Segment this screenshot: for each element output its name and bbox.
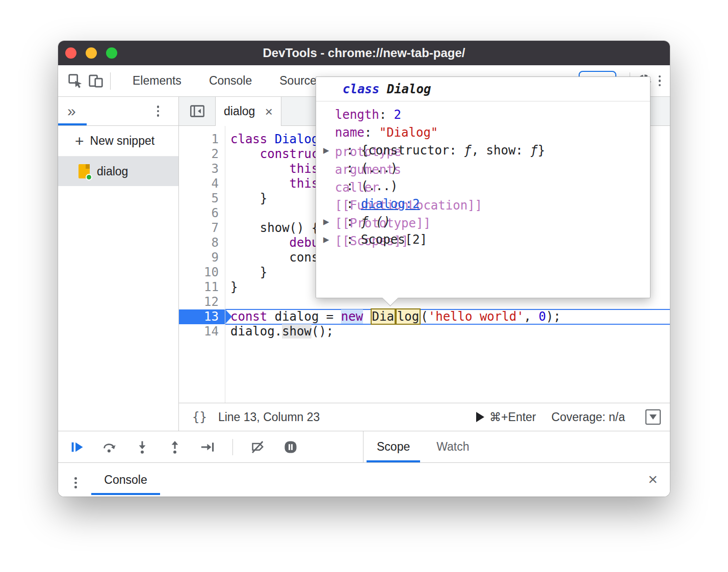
property-value: (...) (361, 161, 398, 175)
run-snippet-icon[interactable] (476, 412, 484, 422)
line-number[interactable]: 6 (179, 206, 225, 221)
drawer-more-options-icon[interactable] (70, 473, 81, 492)
devtools-window: DevTools - chrome://new-tab-page/ Elemen… (58, 41, 670, 497)
snippet-item-dialog[interactable]: dialog (58, 157, 178, 186)
popup-row: length: 2 (316, 106, 650, 123)
minimize-window-button[interactable] (86, 47, 97, 59)
expand-arrow-icon[interactable]: ▶ (323, 146, 335, 155)
pretty-print-icon[interactable]: {} (192, 410, 207, 424)
property-value: (...) (361, 179, 398, 193)
line-number[interactable]: 9 (179, 250, 225, 265)
pause-on-exceptions-icon[interactable] (282, 438, 299, 456)
line-number[interactable]: 1 (179, 132, 225, 147)
step-over-icon[interactable] (101, 438, 118, 456)
line-number[interactable]: 2 (179, 147, 225, 162)
sidebar-more-options-icon[interactable] (153, 101, 164, 121)
object-popover: class Dialog length: 2name: "Dialog"▶pro… (316, 76, 651, 298)
property-name: length (335, 108, 379, 122)
traffic-lights (65, 47, 117, 59)
code-line[interactable]: dialog.show(); (230, 324, 670, 339)
expand-arrow-icon[interactable]: ▶ (323, 217, 335, 226)
new-snippet-label: New snippet (90, 134, 155, 148)
popup-header-text: class Dialog (343, 82, 431, 96)
panel-tabs: Elements Console Sources (119, 65, 336, 96)
code-line[interactable]: const dialog = new Dialog('hello world',… (230, 309, 670, 324)
collapse-sidebar-icon[interactable] (189, 104, 205, 118)
inspect-element-icon[interactable] (65, 71, 86, 91)
snippet-file-icon (79, 164, 90, 178)
plus-icon: + (75, 133, 84, 150)
line-number[interactable]: 7 (179, 221, 225, 236)
drawer-tab-console[interactable]: Console (91, 463, 160, 497)
device-toolbar-icon[interactable] (86, 71, 106, 91)
property-name: [[Prototype]] (335, 216, 346, 227)
close-drawer-icon[interactable]: × (648, 471, 658, 487)
line-number[interactable]: 12 (179, 295, 225, 309)
function-location-link[interactable]: dialog:2 (361, 197, 420, 211)
debugger-separator (232, 439, 233, 455)
expand-arrow-icon[interactable]: ▶ (323, 235, 335, 244)
property-name: caller (335, 180, 346, 192)
line-number[interactable]: 4 (179, 176, 225, 191)
popup-header: class Dialog (316, 77, 650, 101)
property-value: dialog:2 (361, 197, 420, 211)
tab-elements[interactable]: Elements (119, 65, 195, 96)
title-bar: DevTools - chrome://new-tab-page/ (58, 41, 670, 65)
toolbar-separator (110, 72, 111, 90)
debugger-sidebar-tabs: Scope Watch (363, 431, 670, 462)
editor-tab-dialog[interactable]: dialog × (215, 97, 281, 126)
sidebar-header: » (58, 97, 178, 126)
zoom-window-button[interactable] (106, 47, 117, 59)
popup-row: name: "Dialog" (316, 123, 650, 141)
snippets-sidebar: » + New snippet dialog (58, 97, 179, 431)
step-icon[interactable] (199, 438, 216, 456)
line-number[interactable]: 13 (179, 309, 225, 324)
panel-down-icon[interactable] (645, 409, 661, 425)
new-snippet-button[interactable]: + New snippet (58, 126, 178, 157)
resume-script-icon[interactable] (68, 438, 86, 456)
more-options-icon[interactable] (655, 71, 665, 91)
property-value: "Dialog" (379, 125, 438, 140)
property-value: 2 (394, 108, 401, 122)
property-value: ƒ () (361, 215, 391, 229)
debugger-toolbar: Scope Watch (58, 431, 670, 462)
popup-row: [[FunctionLocation]]: dialog:2 (316, 195, 650, 213)
step-into-icon[interactable] (134, 438, 151, 456)
tab-watch[interactable]: Watch (423, 431, 482, 462)
status-bar-right: ⌘+Enter Coverage: n/a (476, 409, 670, 425)
window-title: DevTools - chrome://new-tab-page/ (263, 46, 465, 60)
property-name: name (335, 125, 365, 140)
tab-console[interactable]: Console (195, 65, 266, 96)
step-out-icon[interactable] (166, 438, 184, 456)
line-number[interactable]: 5 (179, 191, 225, 206)
property-name: prototype (335, 145, 346, 156)
editor-tab-label: dialog (224, 105, 255, 118)
active-tab-indicator (58, 123, 87, 125)
snippet-item-label: dialog (97, 165, 128, 178)
line-number[interactable]: 10 (179, 265, 225, 280)
deactivate-breakpoints-icon[interactable] (249, 438, 267, 456)
coverage-label: Coverage: n/a (552, 410, 625, 424)
editor-status-bar: {} Line 13, Column 23 ⌘+Enter Coverage: … (179, 403, 670, 431)
line-number[interactable]: 8 (179, 236, 225, 250)
property-name: [[FunctionLocation]] (335, 198, 346, 210)
unsaved-dot-badge (86, 174, 92, 180)
popup-row: arguments: (...) (316, 159, 650, 177)
line-number[interactable]: 11 (179, 280, 225, 295)
cursor-position-label: Line 13, Column 23 (218, 410, 320, 424)
close-tab-icon[interactable]: × (265, 105, 273, 118)
screenshot-stage: DevTools - chrome://new-tab-page/ Elemen… (0, 0, 728, 572)
popup-row[interactable]: ▶[[Scopes]]: Scopes[2] (316, 230, 650, 248)
property-value: Scopes[2] (361, 232, 427, 247)
line-number[interactable]: 14 (179, 324, 225, 339)
close-window-button[interactable] (65, 47, 76, 59)
debugger-controls (68, 431, 299, 462)
popup-rows: length: 2name: "Dialog"▶prototype: {cons… (316, 101, 650, 248)
more-tabs-icon[interactable]: » (67, 102, 76, 120)
line-gutter: 1234567891011121314 (179, 126, 225, 403)
tab-scope[interactable]: Scope (363, 431, 423, 462)
popup-row: caller: (...) (316, 177, 650, 195)
line-number[interactable]: 3 (179, 162, 225, 176)
popup-row[interactable]: ▶[[Prototype]]: ƒ () (316, 213, 650, 230)
popup-row[interactable]: ▶prototype: {constructor: ƒ, show: ƒ} (316, 141, 650, 159)
